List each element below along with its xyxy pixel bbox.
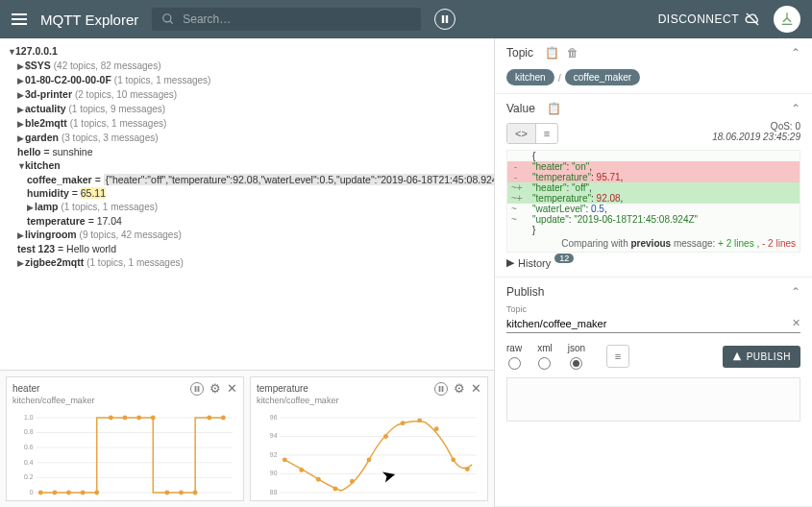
chart-pause-icon[interactable] <box>434 382 448 396</box>
panel-title: Publish <box>506 285 544 299</box>
svg-rect-3 <box>446 15 448 23</box>
svg-text:92: 92 <box>270 451 278 458</box>
value-panel: Value 📋 ⌃ <> ≡ QoS: 0 18.06.2019 23:45:2… <box>495 94 812 278</box>
format-xml[interactable]: xml <box>537 343 553 370</box>
trash-icon[interactable]: 🗑 <box>567 46 578 60</box>
svg-point-26 <box>136 416 141 421</box>
chart-subtitle: kitchen/coffee_maker <box>257 396 481 405</box>
search-input[interactable] <box>183 12 411 26</box>
cloud-off-icon <box>745 12 760 27</box>
svg-point-27 <box>151 416 156 421</box>
tree-item[interactable]: test 123 = Hello world <box>8 242 486 255</box>
tree-item[interactable]: ▶3d-printer (2 topics, 10 messages) <box>8 87 486 102</box>
format-json[interactable]: json <box>568 343 585 370</box>
tree-root[interactable]: ▼127.0.0.1 <box>8 44 486 59</box>
close-icon[interactable]: ✕ <box>227 381 237 396</box>
copy-icon[interactable]: 📋 <box>547 102 561 115</box>
pause-button[interactable] <box>434 9 455 30</box>
tree-item[interactable]: ▶zigbee2mqtt (1 topics, 1 messages) <box>8 255 486 270</box>
tree-item-kitchen[interactable]: ▼kitchen <box>8 158 486 173</box>
svg-text:0: 0 <box>30 489 34 495</box>
svg-point-29 <box>179 491 184 495</box>
tree-item[interactable]: ▶$SYS (42 topics, 82 messages) <box>8 59 486 73</box>
svg-point-22 <box>81 491 86 495</box>
svg-point-54 <box>434 426 439 431</box>
chart-temperature: temperature ⚙ ✕ kitchen/coffee_maker <box>250 376 488 501</box>
compare-summary: Comparing with previous message: + 2 lin… <box>507 235 800 252</box>
tree-item[interactable]: ▶livingroom (9 topics, 42 messages) <box>8 228 486 242</box>
format-align-icon[interactable]: ≡ <box>606 345 629 368</box>
diff-viewer: { - "heater": "on", - "temperature": 95.… <box>506 150 800 253</box>
svg-point-32 <box>221 416 226 421</box>
chevron-up-icon[interactable]: ⌃ <box>791 102 800 115</box>
svg-rect-33 <box>439 386 441 392</box>
svg-rect-34 <box>442 386 444 392</box>
svg-point-19 <box>38 491 43 495</box>
svg-text:94: 94 <box>270 432 278 439</box>
svg-rect-6 <box>198 386 200 392</box>
svg-point-50 <box>367 457 372 462</box>
avatar[interactable] <box>774 6 800 33</box>
format-raw[interactable]: raw <box>506 343 522 370</box>
svg-point-48 <box>332 487 337 492</box>
close-icon[interactable]: ✕ <box>471 381 481 396</box>
breadcrumb-chip[interactable]: kitchen <box>506 69 554 85</box>
history-toggle[interactable]: ▶ History 12 <box>506 256 800 269</box>
tree-item[interactable]: hello = sunshine <box>8 145 486 158</box>
timestamp: 18.06.2019 23:45:29 <box>566 132 800 142</box>
list-view-icon[interactable]: ≡ <box>536 124 557 143</box>
tree-item[interactable]: ▶ble2mqtt (1 topics, 1 messages) <box>8 116 486 131</box>
svg-point-51 <box>383 434 388 439</box>
chart-pause-icon[interactable] <box>190 382 204 396</box>
chart-body: 9694929088 ➤ <box>257 407 481 498</box>
svg-point-30 <box>193 491 198 495</box>
chevron-up-icon[interactable]: ⌃ <box>791 285 800 299</box>
gear-icon[interactable]: ⚙ <box>209 381 221 396</box>
publish-button-label: PUBLISH <box>747 351 791 362</box>
tree-item-lamp[interactable]: ▶lamp (1 topics, 1 messages) <box>8 200 486 214</box>
svg-text:96: 96 <box>270 414 278 421</box>
svg-rect-5 <box>195 386 197 392</box>
svg-point-55 <box>451 457 455 462</box>
breadcrumb-chip[interactable]: coffee_maker <box>565 69 640 85</box>
search-box[interactable] <box>152 8 421 31</box>
svg-rect-2 <box>442 15 444 23</box>
publish-textarea[interactable] <box>506 377 800 422</box>
copy-icon[interactable]: 📋 <box>545 46 559 60</box>
history-label: History <box>518 257 551 269</box>
svg-text:0.2: 0.2 <box>24 473 34 480</box>
tree-item-humidity[interactable]: humidity = 65.11 <box>8 186 486 200</box>
menu-icon[interactable] <box>12 13 27 25</box>
tree-item-temperature[interactable]: temperature = 17.04 <box>8 214 486 228</box>
svg-point-31 <box>207 416 211 421</box>
svg-point-21 <box>66 491 71 495</box>
svg-text:90: 90 <box>270 470 278 476</box>
topic-field-label: Topic <box>506 304 800 314</box>
chevron-up-icon[interactable]: ⌃ <box>791 46 800 60</box>
svg-point-24 <box>109 416 113 421</box>
clear-icon[interactable]: ✕ <box>792 317 800 329</box>
topic-tree[interactable]: ▼127.0.0.1 ▶$SYS (42 topics, 82 messages… <box>0 38 494 370</box>
tree-item[interactable]: ▶01-80-C2-00-00-0F (1 topics, 1 messages… <box>8 73 486 87</box>
svg-text:0.4: 0.4 <box>24 459 34 466</box>
disconnect-button[interactable]: DISCONNECT <box>658 12 760 27</box>
publish-button[interactable]: PUBLISH <box>723 346 800 368</box>
right-panel: Topic 📋 🗑 ⌃ kitchen / coffee_maker Value… <box>495 38 812 507</box>
svg-point-47 <box>316 477 321 482</box>
panel-title: Value <box>506 102 535 115</box>
svg-point-46 <box>299 468 304 472</box>
gear-icon[interactable]: ⚙ <box>454 381 465 396</box>
tree-item-coffee-maker[interactable]: coffee_maker = {"heater":"off","temperat… <box>8 173 486 186</box>
chart-subtitle: kitchen/coffee_maker <box>12 396 237 405</box>
tree-item[interactable]: ▶garden (3 topics, 3 messages) <box>8 131 486 145</box>
svg-point-28 <box>164 491 169 495</box>
history-count-badge: 12 <box>554 254 574 263</box>
svg-point-53 <box>417 418 422 422</box>
chart-body: 1.00.80.60.40.20 <box>12 407 237 498</box>
view-toggle[interactable]: <> ≡ <box>506 123 558 144</box>
code-view-icon[interactable]: <> <box>507 124 536 143</box>
svg-point-25 <box>123 416 128 421</box>
tree-item[interactable]: ▶actuality (1 topics, 9 messages) <box>8 102 486 116</box>
publish-topic-input[interactable] <box>506 318 792 329</box>
chart-title: heater <box>12 383 39 394</box>
